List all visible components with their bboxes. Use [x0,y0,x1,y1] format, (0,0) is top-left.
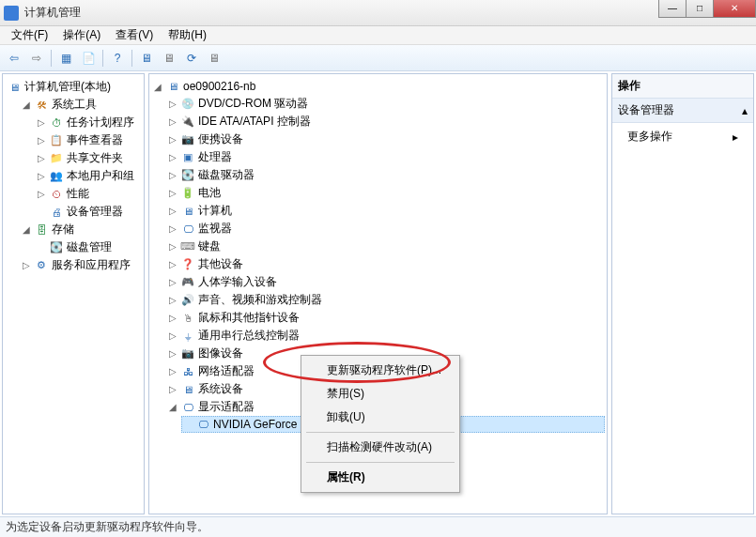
dvd-icon: 💿 [180,97,195,112]
clock-icon: ⏱ [49,115,64,130]
disk-icon: 💽 [180,168,195,183]
portable-icon: 📷 [180,132,195,147]
actions-section[interactable]: 设备管理器 ▴ [612,99,753,123]
caret-closed-icon: ▷ [168,348,177,359]
tree-label: 电池 [198,185,221,201]
caret-closed-icon: ▷ [168,206,177,216]
battery-icon: 🔋 [180,186,195,201]
caret-closed-icon: ▷ [168,313,177,323]
device-keyboard[interactable]: ▷⌨键盘 [166,238,605,255]
device-dvd[interactable]: ▷💿DVD/CD-ROM 驱动器 [166,95,605,113]
toolbar-separator [102,50,103,67]
perf-icon: ⏲ [49,187,64,202]
caret-closed-icon: ▷ [168,188,177,198]
ctx-properties[interactable]: 属性(R) [304,466,456,489]
monitor-icon: 🖵 [180,222,195,237]
status-text: 为选定设备启动更新驱动程序软件向导。 [6,519,208,535]
toolbar-btn-5[interactable]: 🖥 [204,48,224,69]
close-button[interactable]: ✕ [713,0,756,18]
tree-performance[interactable]: ▷⏲性能 [35,185,142,203]
gpu-icon: 🖵 [195,417,210,432]
device-computer[interactable]: ▷🖥计算机 [166,202,605,220]
toolbar-btn-1[interactable]: ▦ [55,48,76,69]
ctx-scan-hardware[interactable]: 扫描检测硬件改动(A) [304,436,456,459]
tree-label: 鼠标和其他指针设备 [198,310,300,326]
device-hid[interactable]: ▷🎮人体学输入设备 [166,273,605,291]
tree-label: 事件查看器 [67,132,123,148]
tree-system-tools[interactable]: ◢ 🛠 系统工具 [20,96,142,114]
toolbar-btn-2[interactable]: 📄 [78,48,99,69]
cpu-icon: ▣ [180,150,195,165]
caret-closed-icon: ▷ [168,295,177,305]
toolbar-refresh-button[interactable]: ⟳ [181,48,202,69]
folder-icon: 📁 [49,151,64,166]
caret-closed-icon: ▷ [37,117,46,128]
window-title: 计算机管理 [24,5,752,21]
menu-view[interactable]: 查看(V) [108,25,161,45]
device-sound[interactable]: ▷🔊声音、视频和游戏控制器 [166,291,605,309]
tree-label: 共享文件夹 [67,150,123,166]
ctx-properties-label: 属性(R) [327,470,365,483]
tree-label: 系统工具 [52,97,97,113]
caret-closed-icon: ▷ [168,259,177,269]
more-actions[interactable]: 更多操作 ▸ [612,123,753,150]
caret-open-icon: ◢ [153,82,162,92]
nav-back-button[interactable]: ⇦ [4,48,24,69]
device-portable[interactable]: ▷📷便携设备 [166,130,605,148]
device-ide[interactable]: ▷🔌IDE ATA/ATAPI 控制器 [166,113,605,130]
device-mouse[interactable]: ▷🖱鼠标和其他指针设备 [166,309,605,327]
screen-icon: 🖥 [208,52,220,65]
menu-file[interactable]: 文件(F) [4,25,55,45]
mouse-icon: 🖱 [180,311,195,326]
caret-closed-icon: ▷ [168,277,177,287]
tree-label: 服务和应用程序 [52,257,131,273]
device-other[interactable]: ▷❓其他设备 [166,255,605,273]
tree-shared-folders[interactable]: ▷📁共享文件夹 [35,149,142,167]
tree-label: 性能 [67,186,89,202]
menu-help[interactable]: 帮助(H) [161,25,214,45]
tree-local-users[interactable]: ▷👥本地用户和组 [35,167,142,185]
toolbar-separator [131,50,132,67]
toolbar-btn-3[interactable]: 🖥 [136,48,157,69]
actions-header: 操作 [612,74,753,99]
tree-services-apps[interactable]: ▷⚙服务和应用程序 [20,256,142,274]
refresh-icon: ⟳ [187,52,196,65]
nav-forward-button[interactable]: ⇨ [26,48,47,69]
tree-event-viewer[interactable]: ▷📋事件查看器 [35,131,142,149]
users-icon: 👥 [49,169,64,184]
device-root[interactable]: ◢🖥oe0900216-nb [151,78,605,95]
caret-closed-icon: ▷ [168,330,177,341]
tree-label: 磁盘管理 [67,239,112,255]
titlebar: 计算机管理 — □ ✕ [0,0,756,26]
device-disk[interactable]: ▷💽磁盘驱动器 [166,166,605,184]
maximize-button[interactable]: □ [686,0,714,18]
toolbar-btn-4[interactable]: 🖥 [159,48,179,69]
tree-root[interactable]: 🖥 计算机管理(本地) [5,78,142,96]
grid-icon: ▦ [61,52,71,65]
tree-task-scheduler[interactable]: ▷⏱任务计划程序 [35,114,142,131]
device-processor[interactable]: ▷▣处理器 [166,148,605,166]
tree-label: 通用串行总线控制器 [198,328,300,344]
toolbar-help-button[interactable]: ? [107,48,128,69]
statusbar: 为选定设备启动更新驱动程序软件向导。 [0,516,756,537]
tree-device-manager[interactable]: 🖨设备管理器 [35,203,142,221]
menubar: 文件(F) 操作(A) 查看(V) 帮助(H) [0,26,756,45]
ctx-disable[interactable]: 禁用(S) [304,382,456,406]
menu-action[interactable]: 操作(A) [55,25,108,45]
tree-storage[interactable]: ◢ 🗄 存储 [20,221,142,238]
context-menu: 更新驱动程序软件(P)... 禁用(S) 卸载(U) 扫描检测硬件改动(A) 属… [301,355,460,493]
device-battery[interactable]: ▷🔋电池 [166,184,605,202]
tree-disk-mgmt[interactable]: 💽磁盘管理 [35,238,142,256]
image-icon: 📷 [180,346,195,361]
tree-label: NVIDIA GeForce G [213,418,309,431]
help-icon: ? [115,52,121,65]
other-icon: ❓ [180,257,195,272]
minimize-button[interactable]: — [658,0,687,18]
doc-icon: 📄 [82,52,96,65]
device-monitor[interactable]: ▷🖵监视器 [166,220,605,238]
device-usb[interactable]: ▷⏚通用串行总线控制器 [166,327,605,345]
management-tree: 🖥 计算机管理(本地) ◢ 🛠 系统工具 ▷⏱任务计划程序 ▷📋事件查看器 [3,74,144,278]
event-icon: 📋 [49,133,64,148]
ctx-update-driver[interactable]: 更新驱动程序软件(P)... [304,359,456,382]
ctx-uninstall[interactable]: 卸载(U) [304,406,456,429]
